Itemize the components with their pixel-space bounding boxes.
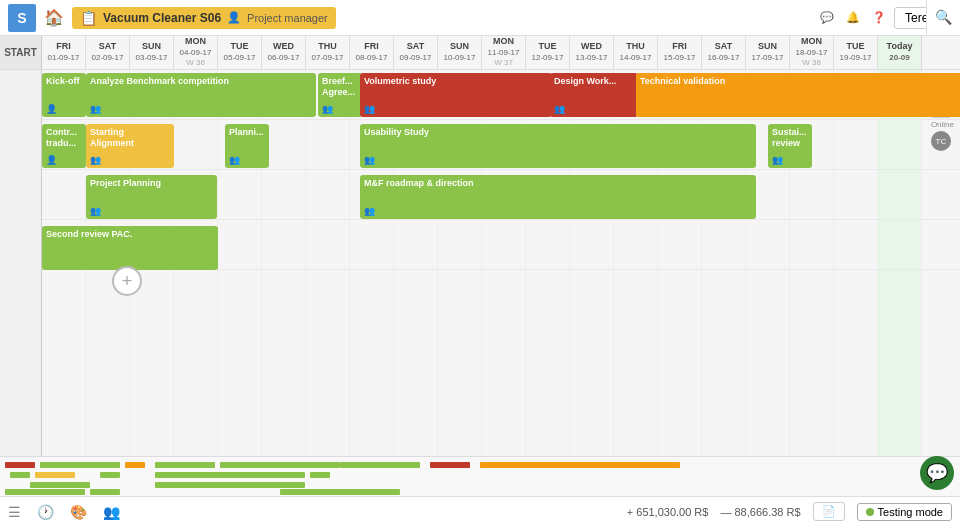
- gantt-cell-r4-c16: [746, 270, 790, 456]
- bar-label-13: Second review PAC.: [46, 229, 132, 240]
- footer: ☰ 🕐 🎨 👥 + 651,030.00 R$ — 88,666.38 R$ 📄…: [0, 496, 960, 526]
- col-header-6: THU07-09-17: [306, 36, 350, 69]
- minimap-bar-16: [90, 489, 120, 495]
- gantt-cell-r3-c9: [438, 220, 482, 269]
- bar-icon-9: 👥: [364, 155, 375, 166]
- testing-dot: [866, 508, 874, 516]
- gantt-cell-r1-c6: [306, 120, 350, 169]
- bar-icon-2: 👥: [322, 104, 333, 115]
- minimap-bar-8: [10, 472, 30, 478]
- gantt-bar-3[interactable]: Volumetric study👥: [360, 73, 552, 117]
- gantt-bar-1[interactable]: Analyze Benchmark competition👥: [86, 73, 316, 117]
- testing-mode-badge: Testing mode: [857, 503, 952, 521]
- gantt-cell-r2-c4: [218, 170, 262, 219]
- person-icon: 👤: [227, 11, 241, 24]
- gantt-cell-r2-c5: [262, 170, 306, 219]
- gantt-cell-r3-c11: [526, 220, 570, 269]
- col-header-19: Today20-09: [878, 36, 922, 69]
- col-header-8: SAT09-09-17: [394, 36, 438, 69]
- logo: S: [8, 4, 36, 32]
- project-title: Vacuum Cleaner S06: [103, 11, 221, 25]
- gantt-cell-r4-c9: [438, 270, 482, 456]
- gantt-cell-r4-c8: [394, 270, 438, 456]
- clock-icon[interactable]: 🕐: [37, 504, 54, 520]
- bar-label-9: Usability Study: [364, 127, 429, 138]
- col-header-10: MON11-09-17W 37: [482, 36, 526, 69]
- chat-icon[interactable]: 💬: [820, 11, 834, 24]
- bar-label-1: Analyze Benchmark competition: [90, 76, 229, 87]
- minimap-bar-14: [155, 482, 305, 488]
- minimap-bar-5: [340, 462, 420, 468]
- gantt-cell-r4-c3: [174, 270, 218, 456]
- people-icon[interactable]: 👥: [103, 504, 120, 520]
- document-button[interactable]: 📄: [813, 502, 845, 521]
- col-header-13: THU14-09-17: [614, 36, 658, 69]
- gantt-bar-7[interactable]: Starting Alignment👥: [86, 124, 174, 168]
- chat-bubble-button[interactable]: 💬: [920, 456, 954, 490]
- col-header-18: TUE19-09-17: [834, 36, 878, 69]
- gantt-cell-r3-c5: [262, 220, 306, 269]
- gantt-cell-r4-c7: [350, 270, 394, 456]
- col-header-15: SAT16-09-17: [702, 36, 746, 69]
- gantt-bar-9[interactable]: Usability Study👥: [360, 124, 756, 168]
- minimap-bar-6: [430, 462, 470, 468]
- minimap-bar-11: [155, 472, 305, 478]
- gantt-cell-r4-c2: [130, 270, 174, 456]
- bell-icon[interactable]: 🔔: [846, 11, 860, 24]
- minimap-bar-3: [155, 462, 215, 468]
- add-task-button[interactable]: +: [112, 266, 142, 296]
- user-initials: TC: [931, 131, 951, 151]
- bar-icon-6: 👤: [46, 155, 57, 166]
- minimap-bar-9: [35, 472, 75, 478]
- gantt-cell-r1-c19: [878, 120, 922, 169]
- bar-label-10: Sustai... review: [772, 127, 808, 149]
- col-header-17: MON18-09-17W 38: [790, 36, 834, 69]
- col-header-11: TUE12-09-17: [526, 36, 570, 69]
- help-icon[interactable]: ❓: [872, 11, 886, 24]
- bar-icon-4: 👥: [554, 104, 565, 115]
- gantt-area: Kick-off👤Analyze Benchmark competition👥B…: [42, 70, 960, 456]
- minimap: [0, 456, 960, 496]
- gantt-cell-r2-c19: [878, 170, 922, 219]
- minimap-bar-2: [125, 462, 145, 468]
- gantt-cell-r4-c15: [702, 270, 746, 456]
- minimap-bar-4: [220, 462, 340, 468]
- gantt-cell-r4-c1: [86, 270, 130, 456]
- gantt-bar-13[interactable]: Second review PAC.: [42, 226, 218, 270]
- bar-icon-12: 👥: [364, 206, 375, 217]
- gantt-cell-r4-c4: [218, 270, 262, 456]
- col-header-9: SUN10-09-17: [438, 36, 482, 69]
- gantt-bar-2[interactable]: Breef... Agree...👥: [318, 73, 362, 117]
- gantt-cell-r2-c6: [306, 170, 350, 219]
- project-title-bar: 📋 Vacuum Cleaner S06 👤 Project manager: [72, 7, 336, 29]
- gantt-bar-5[interactable]: Technical validation: [636, 73, 960, 117]
- gantt-cell-r1-c3: [174, 120, 218, 169]
- bar-icon-10: 👥: [772, 155, 783, 166]
- main-area: Kick-off👤Analyze Benchmark competition👥B…: [0, 70, 960, 456]
- gantt-cell-r3-c4: [218, 220, 262, 269]
- col-header-1: SAT02-09-17: [86, 36, 130, 69]
- gantt-cell-r4-c10: [482, 270, 526, 456]
- bar-label-0: Kick-off: [46, 76, 80, 87]
- palette-icon[interactable]: 🎨: [70, 504, 87, 520]
- bar-label-7: Starting Alignment: [90, 127, 170, 149]
- gantt-bar-0[interactable]: Kick-off👤: [42, 73, 86, 117]
- gantt-bar-12[interactable]: M&F roadmap & direction👥: [360, 175, 756, 219]
- expense-stat: — 88,666.38 R$: [720, 506, 800, 518]
- list-icon[interactable]: ☰: [8, 504, 21, 520]
- gantt-cell-r4-c12: [570, 270, 614, 456]
- bar-icon-1: 👥: [90, 104, 101, 115]
- gantt-bar-4[interactable]: Design Work...👥: [550, 73, 638, 117]
- gantt-cell-r3-c17: [790, 220, 834, 269]
- gantt-cell-r4-c13: [614, 270, 658, 456]
- gantt-cell-r3-c13: [614, 220, 658, 269]
- bar-icon-0: 👤: [46, 104, 57, 115]
- gantt-bar-8[interactable]: Planni...👥: [225, 124, 269, 168]
- col-header-4: TUE05-09-17: [218, 36, 262, 69]
- col-header-14: FRI15-09-17: [658, 36, 702, 69]
- bar-label-8: Planni...: [229, 127, 264, 138]
- gantt-bar-6[interactable]: Contr... tradu...👤: [42, 124, 86, 168]
- gantt-bar-10[interactable]: Sustai... review👥: [768, 124, 812, 168]
- bar-icon-8: 👥: [229, 155, 240, 166]
- gantt-bar-11[interactable]: Project Planning👥: [86, 175, 217, 219]
